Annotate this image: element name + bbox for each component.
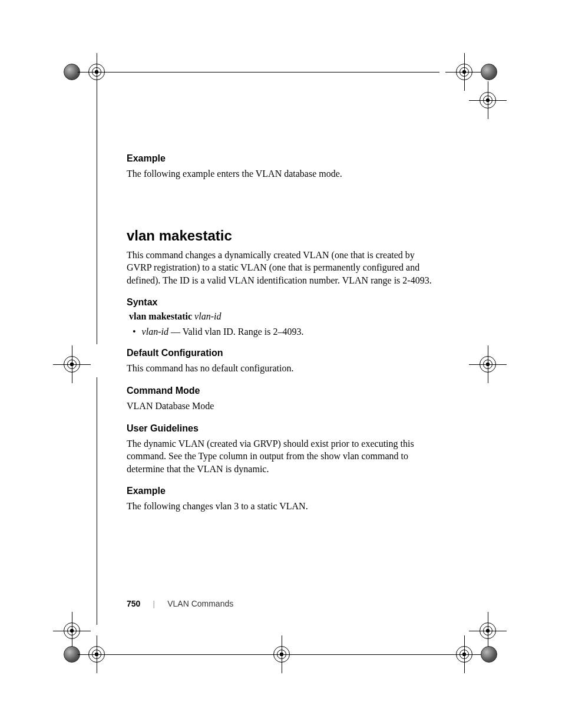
example2-heading: Example [127,486,439,496]
reg-mark-icon [475,351,501,377]
default-config-heading: Default Configuration [127,348,439,358]
default-config-body: This command has no default configuratio… [127,362,439,375]
syntax-cmd-bold: vlan makestatic [129,311,192,321]
reg-ball-icon [481,646,497,663]
reg-ball-icon [481,64,497,80]
page-content: Example The following example enters the… [127,153,439,518]
crop-line [295,654,452,655]
reg-mark-icon [269,641,295,667]
chapter-name: VLAN Commands [167,599,233,608]
example2-body: The following changes vlan 3 to a static… [127,500,439,513]
crop-line [110,654,269,655]
example-heading: Example [127,153,439,164]
reg-mark-icon [475,87,501,113]
reg-mark-icon [84,59,110,85]
crop-line [110,72,439,73]
command-description: This command changes a dynamically creat… [127,249,439,287]
page-number: 750 [127,599,140,608]
syntax-heading: Syntax [127,297,439,308]
crop-line [97,377,97,625]
page-footer: 750 | VLAN Commands [127,599,233,609]
command-mode-heading: Command Mode [127,386,439,396]
footer-separator: | [153,599,155,608]
syntax-bullet-rest: — Valid vlan ID. Range is 2–4093. [168,327,303,337]
syntax-command: vlan makestatic vlan-id [129,311,439,322]
syntax-cmd-italic: vlan-id [194,311,221,321]
syntax-bullet-italic: vlan-id [142,327,168,337]
reg-mark-icon [451,641,477,667]
reg-mark-icon [451,59,477,85]
reg-mark-icon [475,618,501,644]
user-guidelines-body: The dynamic VLAN (created via GRVP) shou… [127,437,439,476]
reg-mark-icon [84,641,110,667]
reg-mark-icon [59,351,85,377]
user-guidelines-heading: User Guidelines [127,423,439,434]
command-mode-body: VLAN Database Mode [127,400,439,413]
syntax-bullet: vlan-id — Valid vlan ID. Range is 2–4093… [140,327,439,337]
example-body: The following example enters the VLAN da… [127,167,439,180]
reg-mark-icon [59,618,85,644]
crop-line [97,85,97,344]
command-title: vlan makestatic [127,228,439,244]
